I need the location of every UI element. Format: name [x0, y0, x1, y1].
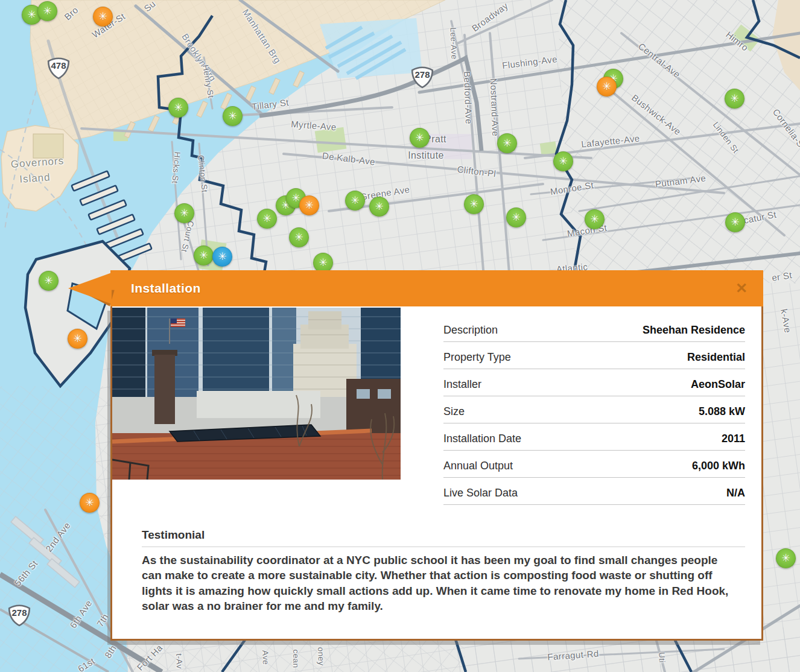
street-label: cean [291, 650, 300, 668]
solar-installation-marker[interactable]: ✳ [257, 209, 277, 229]
sun-icon: ✳ [559, 156, 567, 166]
street-label: Tillary St [251, 97, 289, 112]
sun-icon: ✳ [294, 232, 303, 242]
sun-icon: ✳ [602, 81, 611, 92]
sun-icon: ✳ [730, 94, 738, 104]
sun-icon: ✳ [218, 252, 226, 262]
sun-icon: ✳ [305, 200, 313, 211]
detail-row: Size 5.088 kW [443, 396, 745, 423]
solar-installation-marker[interactable]: ✳ [289, 227, 309, 247]
street-label: 61st [76, 656, 97, 672]
street-label: Broadway [470, 1, 510, 34]
solar-installation-marker[interactable]: ✳ [410, 128, 430, 148]
popup-pointer [68, 273, 112, 304]
testimonial-heading: Testimonial [142, 528, 745, 547]
solar-installation-marker[interactable]: ✳ [553, 151, 573, 171]
detail-value: Sheehan Residence [643, 324, 745, 337]
sun-icon: ✳ [415, 133, 424, 143]
street-label: 6th Ave [68, 598, 94, 630]
street-label: 2nd Ave [43, 520, 72, 554]
solar-installation-marker[interactable]: ✳ [174, 203, 194, 223]
sun-icon: ✳ [199, 250, 208, 261]
solar-installation-marker[interactable]: ✳ [80, 493, 100, 513]
solar-installation-marker[interactable]: ✳ [68, 329, 87, 349]
sun-icon: ✳ [98, 11, 107, 22]
street-label: k-Ave [779, 308, 793, 334]
solar-installation-marker[interactable]: ✳ [223, 106, 243, 126]
sun-icon: ✳ [469, 199, 478, 209]
solar-installation-marker[interactable]: ✳ [212, 247, 232, 267]
popup-title: Installation [131, 270, 763, 306]
detail-row: Annual Output 6,000 kWh [443, 451, 745, 478]
popup-header: Installation ✕ [110, 270, 763, 306]
detail-value: AeonSolar [691, 378, 745, 391]
street-label: Clinton St [196, 154, 209, 193]
sun-icon: ✳ [174, 103, 182, 113]
shield-number: 478 [46, 55, 71, 75]
testimonial-section: Testimonial As the sustainability coordi… [142, 528, 745, 613]
street-label: Himro [724, 29, 751, 52]
installation-details: Description Sheehan Residence Property T… [443, 315, 745, 505]
highway-shield: 278 [410, 65, 435, 90]
solar-installation-marker[interactable]: ✳ [725, 89, 744, 109]
sun-icon: ✳ [291, 193, 300, 203]
detail-label: Installation Date [443, 433, 521, 445]
detail-value: N/A [726, 487, 745, 499]
close-icon[interactable]: ✕ [735, 270, 748, 306]
solar-installation-marker[interactable]: ✳ [597, 77, 617, 97]
street-label: Monroe St [550, 180, 595, 197]
detail-label: Annual Output [443, 460, 513, 472]
street-label: Central-Ave [637, 41, 682, 80]
street-label: Institute [408, 150, 444, 161]
street-label: Bushwick-Ave [630, 92, 683, 137]
street-label: 8th [103, 643, 118, 660]
sun-icon: ✳ [590, 214, 598, 224]
detail-value: 2011 [722, 433, 745, 445]
solar-installation-marker[interactable]: ✳ [93, 7, 113, 27]
solar-installation-marker[interactable]: ✳ [725, 212, 745, 232]
solar-installation-marker[interactable]: ✳ [345, 191, 365, 211]
sun-icon: ✳ [85, 498, 94, 508]
street-label: Island [19, 171, 51, 186]
street-label: t-Av [174, 653, 184, 669]
detail-value: 5.088 kW [699, 405, 745, 418]
street-label: Flushing-Ave [501, 54, 557, 71]
installation-photo [112, 308, 401, 480]
testimonial-text: As the sustainability coordinator at a N… [142, 553, 736, 613]
installation-popup: Installation ✕ [110, 270, 763, 641]
shield-number: 278 [410, 65, 435, 84]
street-label: Court St [180, 220, 195, 253]
solar-installation-marker[interactable]: ✳ [299, 195, 319, 215]
detail-label: Size [443, 405, 465, 418]
street-label: Cornelia-S [771, 107, 800, 149]
detail-row: Description Sheehan Residence [443, 315, 745, 342]
solar-installation-marker[interactable]: ✳ [37, 1, 57, 21]
detail-row: Property Type Residential [443, 342, 745, 369]
solar-installation-marker[interactable]: ✳ [506, 208, 526, 227]
solar-installation-marker[interactable]: ✳ [497, 133, 517, 153]
detail-row: Live Solar Data N/A [443, 478, 745, 505]
solar-installation-marker[interactable]: ✳ [585, 209, 605, 229]
street-label: Nostrand-Ave [489, 78, 501, 137]
solar-installation-marker[interactable]: ✳ [464, 194, 484, 214]
street-label: Clifton-Pl [457, 164, 497, 179]
street-label: Linden St [711, 120, 740, 154]
solar-installation-marker[interactable]: ✳ [194, 246, 214, 265]
street-label: Lafayette-Ave [581, 133, 641, 149]
solar-installation-marker[interactable]: ✳ [776, 548, 796, 568]
detail-row: Installer AeonSolar [443, 369, 745, 396]
street-label: Hicks St [170, 151, 182, 184]
highway-shield: 478 [46, 55, 71, 81]
solar-installation-marker[interactable]: ✳ [39, 271, 59, 291]
detail-label: Live Solar Data [443, 487, 518, 499]
detail-value: Residential [687, 351, 745, 364]
street-label: Bedford-Ave [462, 71, 474, 124]
highway-shield: 278 [7, 603, 32, 628]
street-label: 7th [95, 612, 110, 629]
solar-installation-marker[interactable]: ✳ [168, 98, 188, 118]
street-label: Brooklyn Brg [180, 31, 218, 83]
solar-installation-marker[interactable]: ✳ [369, 197, 389, 217]
solar-map-app: BroWater-StSuBrooklyn BrgManhattan BrgHe… [0, 0, 800, 672]
street-label: er St [771, 270, 793, 283]
sun-icon: ✳ [44, 276, 52, 286]
